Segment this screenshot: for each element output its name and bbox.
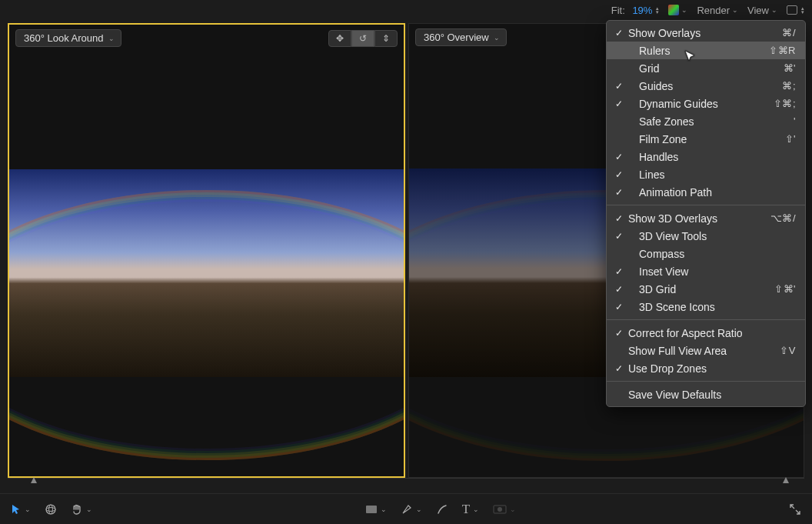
paint-stroke-tool[interactable] [436, 503, 448, 516]
menu-item-label: Show 3D Overlays [625, 212, 770, 225]
pan-tool[interactable]: ⌄ [71, 503, 92, 516]
menu-item-use-drop-zones[interactable]: ✓Use Drop Zones [607, 359, 805, 377]
checkmark-icon: ✓ [613, 363, 625, 374]
checkmark-icon: ✓ [613, 213, 625, 224]
menu-item-label: 3D Grid [625, 283, 774, 295]
menu-item-3d-scene-icons[interactable]: ✓3D Scene Icons [607, 298, 805, 315]
viewport-left[interactable]: 360° Look Around ⌄ ✥ ↺ ⇕ [8, 23, 405, 478]
menu-item-label: Dynamic Guides [625, 98, 774, 110]
menu-item-label: Rulers [625, 45, 769, 57]
menu-item-label: Handles [625, 151, 796, 163]
menu-item-shortcut: ⌘/ [782, 27, 796, 38]
mini-timeline[interactable] [8, 478, 804, 487]
playhead-in-marker[interactable] [31, 477, 37, 483]
chevron-down-icon: ⌄ [510, 506, 516, 513]
menu-item-label: Compass [625, 248, 796, 260]
dolly-tool[interactable]: ⇕ [374, 30, 398, 47]
mask-tool[interactable]: ⌄ [493, 505, 516, 514]
menu-item-label: Use Drop Zones [625, 362, 796, 375]
brush-icon [436, 503, 448, 516]
pointer-icon [11, 504, 22, 515]
fit-label: Fit: [611, 5, 625, 16]
menu-item-show-3d-overlays[interactable]: ✓Show 3D Overlays⌥⌘/ [607, 209, 805, 227]
checkmark-icon: ✓ [613, 152, 625, 162]
menu-item-show-overlays[interactable]: ✓Show Overlays⌘/ [607, 24, 805, 42]
viewport-layout-dropdown[interactable]: ▴▾ [787, 5, 804, 15]
menu-item-3d-view-tools[interactable]: ✓3D View Tools [607, 227, 805, 245]
chevron-down-icon: ⌄ [681, 6, 687, 14]
chevron-down-icon: ⌄ [771, 6, 777, 14]
viewport-3d-tools: ✥ ↺ ⇕ [328, 30, 398, 47]
checkmark-icon: ✓ [613, 187, 625, 198]
menu-item-label: Save View Defaults [625, 389, 796, 401]
viewport-camera-dropdown[interactable]: 360° Look Around ⌄ [15, 29, 121, 47]
checkmark-icon: ✓ [613, 284, 625, 295]
menu-item-shortcut: ⇧⌘R [769, 45, 796, 56]
mouse-cursor-icon [684, 50, 697, 62]
bezier-tool[interactable]: ⌄ [401, 503, 422, 516]
text-t-icon: T [462, 502, 470, 517]
menu-item-compass[interactable]: Compass [607, 245, 805, 262]
viewport-camera-dropdown[interactable]: 360° Overview ⌄ [415, 28, 507, 46]
menu-item-rulers[interactable]: Rulers⇧⌘R [607, 42, 805, 59]
menu-item-3d-grid[interactable]: ✓3D Grid⇧⌘' [607, 280, 805, 298]
viewport-layout-icon [787, 5, 797, 15]
menu-item-shortcut: ⇧V [780, 345, 796, 356]
chevron-down-icon: ⌄ [473, 506, 479, 513]
menu-separator [607, 381, 805, 382]
viewport-scene [9, 169, 404, 377]
color-swatch-icon [668, 5, 679, 15]
view-dropdown[interactable]: View ⌄ [747, 5, 777, 16]
menu-item-label: Safe Zones [625, 115, 794, 128]
pen-icon [401, 503, 413, 516]
checkmark-icon: ✓ [613, 328, 625, 339]
chevron-down-icon: ⌄ [732, 6, 738, 14]
fit-dropdown[interactable]: Fit: 19% ▴▾ [611, 5, 660, 16]
fit-value: 19% [632, 5, 652, 16]
orbit-tool[interactable]: ↺ [351, 30, 374, 47]
menu-item-save-view-defaults[interactable]: Save View Defaults [607, 385, 805, 403]
menu-item-shortcut: ⌘' [784, 62, 796, 74]
fullscreen-toggle[interactable] [789, 503, 801, 516]
text-tool[interactable]: T ⌄ [462, 502, 479, 517]
checkmark-icon: ✓ [613, 81, 625, 92]
chevron-down-icon: ⌄ [416, 506, 422, 513]
chevron-down-icon: ⌄ [86, 506, 92, 513]
view-label: View [747, 5, 769, 16]
checkmark-icon: ✓ [613, 98, 625, 109]
svg-point-0 [46, 505, 55, 514]
select-tool[interactable]: ⌄ [11, 504, 31, 515]
menu-item-show-full-view-area[interactable]: Show Full View Area⇧V [607, 342, 805, 359]
render-label: Render [697, 5, 730, 16]
menu-item-shortcut: ⇧' [785, 133, 796, 145]
checkmark-icon: ✓ [613, 302, 625, 312]
menu-item-lines[interactable]: ✓Lines [607, 165, 805, 183]
menu-item-dynamic-guides[interactable]: ✓Dynamic Guides⇧⌘; [607, 95, 805, 112]
menu-item-grid[interactable]: Grid⌘' [607, 59, 805, 77]
playhead-out-marker[interactable] [783, 477, 789, 483]
menu-item-handles[interactable]: ✓Handles [607, 148, 805, 165]
menu-item-inset-view[interactable]: ✓Inset View [607, 262, 805, 280]
menu-item-correct-for-aspect-ratio[interactable]: ✓Correct for Aspect Ratio [607, 324, 805, 342]
svg-rect-3 [366, 506, 377, 513]
menu-item-animation-path[interactable]: ✓Animation Path [607, 183, 805, 201]
render-dropdown[interactable]: Render ⌄ [697, 5, 738, 16]
svg-point-2 [49, 505, 53, 514]
svg-point-5 [498, 507, 502, 512]
menu-item-film-zone[interactable]: Film Zone⇧' [607, 130, 805, 148]
stepper-icon: ▴▾ [801, 6, 804, 14]
menu-item-label: Show Full View Area [625, 345, 780, 357]
rectangle-tool[interactable]: ⌄ [365, 505, 387, 514]
globe-icon [45, 503, 57, 516]
3d-transform-tool[interactable] [45, 503, 57, 516]
viewport-camera-label: 360° Overview [424, 32, 489, 43]
menu-item-safe-zones[interactable]: Safe Zones' [607, 112, 805, 130]
pan-tool[interactable]: ✥ [328, 30, 351, 47]
checkmark-icon: ✓ [613, 169, 625, 180]
color-channel-dropdown[interactable]: ⌄ [668, 5, 687, 15]
menu-item-label: Film Zone [625, 133, 785, 145]
menu-item-label: Correct for Aspect Ratio [625, 327, 796, 339]
menu-item-guides[interactable]: ✓Guides⌘; [607, 77, 805, 95]
menu-item-shortcut: ⇧⌘; [774, 98, 796, 109]
menu-item-label: 3D Scene Icons [625, 301, 796, 313]
